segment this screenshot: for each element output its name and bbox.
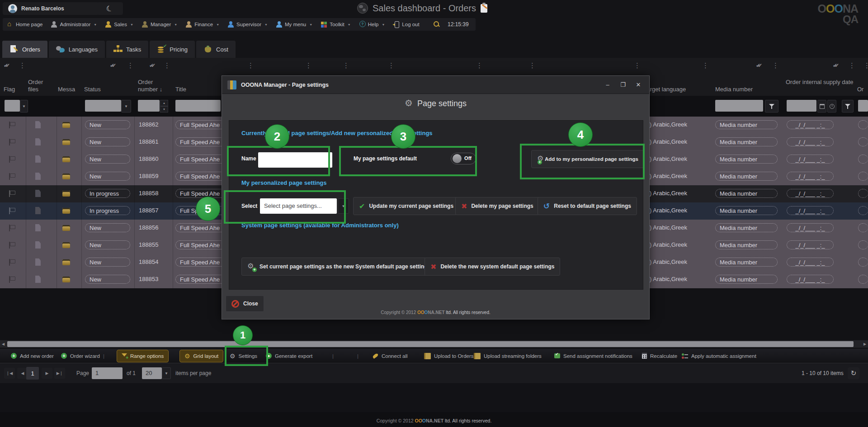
close-button[interactable]: Close: [226, 296, 264, 312]
flag-icon[interactable]: [9, 225, 15, 231]
toolbar-order-wizard[interactable]: +Order wizard: [61, 348, 100, 363]
messages-icon[interactable]: [62, 208, 70, 214]
first-page-button[interactable]: ❘◀: [4, 368, 15, 379]
scroll-right-icon[interactable]: ▶: [862, 341, 868, 347]
column-menu-icon[interactable]: ⋮: [476, 61, 483, 70]
refresh-icon[interactable]: ↻: [848, 367, 859, 379]
order-files-icon[interactable]: [35, 173, 41, 180]
messages-icon[interactable]: [62, 174, 70, 179]
page-size-select[interactable]: 20: [142, 367, 162, 379]
menu-item-help[interactable]: Help▼: [359, 21, 385, 28]
column-menu-icon[interactable]: ⋮: [247, 61, 254, 70]
messages-icon[interactable]: [62, 156, 70, 162]
tab-pricing[interactable]: Pricing: [150, 41, 195, 58]
scrollbar-thumb[interactable]: [7, 341, 854, 347]
order-files-icon[interactable]: [35, 276, 41, 283]
messages-icon[interactable]: [62, 277, 70, 282]
column-header-order-files[interactable]: Order files: [28, 79, 53, 93]
clipboard-icon[interactable]: [481, 4, 487, 13]
flag-icon[interactable]: [9, 207, 15, 214]
default-toggle[interactable]: Off: [451, 153, 476, 164]
date-filter-clock-button[interactable]: [827, 100, 836, 113]
toolbar-grid-layout[interactable]: ⚙Grid layout: [179, 350, 223, 362]
status-filter-dropdown[interactable]: ▼: [121, 100, 131, 113]
order-files-icon[interactable]: [35, 190, 41, 197]
user-menu-button[interactable]: Renato Barcelos: [3, 2, 106, 15]
order-files-icon[interactable]: [35, 224, 41, 231]
column-menu-icon[interactable]: ⋮: [772, 61, 779, 70]
column-check-icon[interactable]: ✔✔: [110, 62, 113, 69]
column-check-icon[interactable]: ✔✔: [833, 62, 836, 69]
column-header-messages[interactable]: Messa: [58, 86, 80, 93]
messages-icon[interactable]: [62, 139, 70, 145]
order-files-icon[interactable]: [35, 138, 41, 145]
messages-icon[interactable]: [62, 225, 70, 231]
column-header-clipped[interactable]: Or: [857, 86, 863, 93]
status-filter-input[interactable]: [85, 100, 121, 112]
column-header-flag[interactable]: Flag: [4, 86, 15, 93]
media-number-filter-input[interactable]: [715, 100, 763, 112]
menu-item-toolkit[interactable]: Toolkit▼: [321, 22, 351, 28]
flag-icon[interactable]: [9, 122, 15, 128]
column-menu-icon[interactable]: ⋮: [127, 61, 134, 70]
dialog-titlebar[interactable]: OOONA Manager - Page settings – ❐ ✕: [222, 76, 649, 94]
delete-my-settings-button[interactable]: ✖ Delete my page settings: [455, 197, 539, 215]
theme-toggle-button[interactable]: ☾: [97, 2, 123, 15]
toolbar-range-options[interactable]: Range options: [117, 350, 169, 362]
close-icon[interactable]: ✕: [633, 81, 644, 88]
date-filter-input[interactable]: [787, 100, 816, 112]
flag-icon[interactable]: [9, 173, 15, 180]
name-input[interactable]: [258, 152, 332, 168]
flag-icon[interactable]: [9, 156, 15, 163]
menu-item-administrator[interactable]: Administrator▼: [51, 21, 97, 28]
toolbar-upload-streaming-folders[interactable]: Upload streaming folders: [474, 348, 542, 363]
flag-filter-input[interactable]: [5, 100, 20, 112]
delete-system-default-button[interactable]: ✖ Delete the new system default page set…: [425, 258, 560, 276]
last-page-button[interactable]: ▶❘: [54, 368, 65, 379]
tab-orders[interactable]: Orders: [2, 41, 47, 58]
column-header-title[interactable]: Title: [175, 86, 186, 93]
date-filter-calendar-button[interactable]: [817, 100, 826, 113]
menu-item-manager[interactable]: Manager▼: [142, 21, 177, 28]
column-header-order-internal-supply-date[interactable]: Order internal supply date: [786, 79, 854, 86]
clipped-filter-input[interactable]: [858, 100, 868, 112]
next-page-button[interactable]: ▶: [42, 368, 52, 379]
update-current-settings-button[interactable]: ✔ Update my current page settings: [353, 197, 459, 215]
order-files-icon[interactable]: [35, 155, 41, 163]
column-menu-icon[interactable]: ⋮: [388, 61, 395, 70]
horizontal-scrollbar[interactable]: ◀ ▶: [0, 340, 868, 348]
column-menu-icon[interactable]: ⋮: [19, 61, 26, 70]
current-page-button[interactable]: 1: [26, 367, 39, 380]
column-menu-icon[interactable]: ⋮: [343, 61, 349, 70]
page-number-input[interactable]: 1: [92, 367, 123, 379]
page-settings-select-dropdown[interactable]: ▼: [338, 198, 349, 214]
column-header-target-language[interactable]: Target language: [644, 86, 686, 93]
menu-item-finance[interactable]: Finance▼: [186, 21, 219, 28]
column-header-order-number[interactable]: Order number ↓: [138, 79, 172, 93]
flag-icon[interactable]: [9, 276, 15, 283]
maximize-icon[interactable]: ❐: [618, 81, 628, 88]
tab-tasks[interactable]: Tasks: [106, 41, 148, 58]
toolbar-apply-automatic-assignment[interactable]: Apply automatic assignment: [682, 348, 756, 363]
messages-icon[interactable]: [62, 242, 70, 248]
tab-languages[interactable]: Languages: [49, 41, 105, 58]
add-personalized-settings-button[interactable]: Add to my personalized page settings: [531, 150, 644, 168]
scroll-left-icon[interactable]: ◀: [0, 341, 6, 347]
messages-icon[interactable]: [62, 122, 70, 128]
toolbar-generate-export[interactable]: ▶Generate export: [266, 348, 312, 363]
menu-item-log-out[interactable]: Log out: [393, 21, 419, 28]
order-files-icon[interactable]: [35, 258, 41, 266]
set-system-default-button[interactable]: Set current page settings as the new Sys…: [241, 258, 436, 276]
toolbar-recalculate[interactable]: Recalculate: [642, 348, 677, 363]
messages-icon[interactable]: [62, 191, 70, 197]
menu-item-my-menu[interactable]: My menu▼: [276, 21, 312, 28]
title-filter-input[interactable]: [175, 100, 221, 112]
column-check-icon[interactable]: ✔✔: [756, 62, 760, 69]
date-filter-funnel-button[interactable]: [842, 100, 854, 113]
column-check-icon[interactable]: ✔✔: [149, 62, 153, 69]
column-header-status[interactable]: Status: [84, 86, 101, 93]
column-menu-icon[interactable]: ⋮: [702, 61, 709, 70]
column-menu-icon[interactable]: ⋮: [305, 61, 312, 70]
flag-icon[interactable]: [9, 190, 15, 197]
menu-item-home-page[interactable]: Home page: [7, 21, 42, 28]
